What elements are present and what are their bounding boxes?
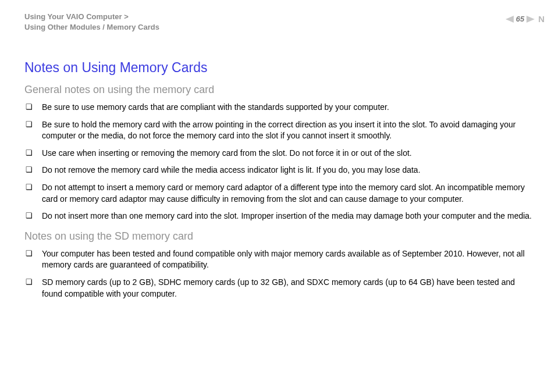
page-title: Notes on Using Memory Cards (24, 60, 534, 76)
breadcrumb-line1: Using Your VAIO Computer > (24, 12, 534, 22)
notes-list-sd: Your computer has been tested and found … (24, 248, 534, 300)
prev-page-arrow-icon[interactable] (506, 16, 514, 23)
list-item: Do not remove the memory card while the … (24, 165, 534, 176)
page-number: 65 (516, 15, 524, 23)
list-item: Your computer has been tested and found … (24, 248, 534, 271)
section-heading-general: General notes on using the memory card (24, 84, 534, 96)
page-number-block: 65 N (506, 14, 545, 24)
list-item: SD memory cards (up to 2 GB), SDHC memor… (24, 277, 534, 300)
list-item: Use care when inserting or removing the … (24, 148, 534, 159)
next-page-arrow-icon[interactable] (526, 16, 535, 23)
section-heading-sd: Notes on using the SD memory card (24, 230, 534, 243)
svg-marker-1 (526, 16, 535, 23)
list-item: Do not attempt to insert a memory card o… (24, 182, 534, 205)
page-indicator-suffix: N (538, 14, 545, 24)
list-item: Be sure to use memory cards that are com… (24, 102, 534, 113)
content-area: Notes on Using Memory Cards General note… (24, 60, 534, 300)
breadcrumb: Using Your VAIO Computer > Using Other M… (24, 12, 534, 32)
list-item: Be sure to hold the memory card with the… (24, 119, 534, 142)
breadcrumb-line2: Using Other Modules / Memory Cards (24, 22, 534, 33)
document-page: Using Your VAIO Computer > Using Other M… (0, 0, 555, 392)
list-item: Do not insert more than one memory card … (24, 211, 534, 222)
notes-list-general: Be sure to use memory cards that are com… (24, 102, 534, 222)
svg-marker-0 (506, 16, 514, 23)
